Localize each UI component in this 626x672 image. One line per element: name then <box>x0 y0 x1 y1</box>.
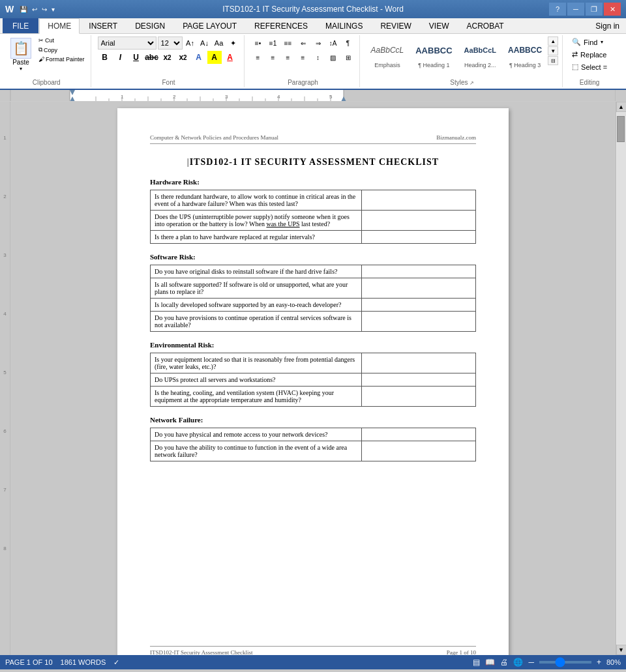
underline-btn[interactable]: U <box>129 51 143 64</box>
zoom-in-btn[interactable]: + <box>597 658 601 667</box>
select-btn[interactable]: ⬚ Select = <box>569 61 610 72</box>
grow-font-btn[interactable]: A↑ <box>184 37 197 50</box>
align-right-btn[interactable]: ≡ <box>281 51 295 64</box>
scroll-thumb[interactable] <box>617 116 625 142</box>
document-area[interactable]: Computer & Network Policies and Procedur… <box>10 102 616 655</box>
clear-format-btn[interactable]: ✦ <box>227 37 240 50</box>
find-btn[interactable]: 🔍 Find ▾ <box>569 37 610 48</box>
answer-cell[interactable] <box>362 299 476 312</box>
styles-dialog-launcher[interactable]: ↗ <box>470 80 474 86</box>
zoom-slider[interactable] <box>539 661 591 664</box>
text-highlight-btn[interactable]: A <box>207 51 222 64</box>
styles-expand[interactable]: ⊟ <box>548 56 558 65</box>
text-effects-btn[interactable]: A <box>192 51 206 64</box>
tab-references[interactable]: REFERENCES <box>246 18 316 33</box>
multilevel-btn[interactable]: ≡≡ <box>281 37 295 50</box>
superscript-btn[interactable]: x2 <box>176 51 190 64</box>
scroll-track <box>617 113 626 644</box>
align-left-btn[interactable]: ≡ <box>251 51 265 64</box>
question-cell: Is all software supported? If software i… <box>151 278 362 299</box>
tab-page-layout[interactable]: PAGE LAYOUT <box>174 18 245 33</box>
answer-cell[interactable] <box>362 441 476 461</box>
copy-button[interactable]: ⧉ Copy <box>37 46 87 54</box>
save-quick-btn[interactable]: 💾 <box>18 5 29 14</box>
answer-cell[interactable] <box>362 373 476 387</box>
close-btn[interactable]: ✕ <box>604 3 621 16</box>
cut-button[interactable]: ✂ Cut <box>37 37 87 44</box>
replace-btn[interactable]: ⇄ Replace <box>569 49 610 60</box>
paragraph-content: ≡• ≡1 ≡≡ ⇐ ⇒ ↕A ¶ ≡ ≡ ≡ ≡ ↕ ▨ ⊞ <box>251 37 355 78</box>
help-btn[interactable]: ? <box>549 3 566 16</box>
restore-btn[interactable]: ❐ <box>586 3 603 16</box>
minimize-btn[interactable]: ─ <box>567 3 584 16</box>
document-page[interactable]: Computer & Network Policies and Procedur… <box>117 108 509 655</box>
tab-file[interactable]: FILE <box>3 18 38 33</box>
answer-cell[interactable] <box>362 211 476 231</box>
style-heading2[interactable]: AaBbCcL Heading 2... <box>460 37 501 70</box>
paste-button[interactable]: 📋 Paste ▾ <box>7 37 35 73</box>
clipboard-label: Clipboard <box>7 78 87 86</box>
ruler-num-4: 4 <box>0 284 10 343</box>
tab-mailings[interactable]: MAILINGS <box>317 18 371 33</box>
tab-review[interactable]: REVIEW <box>372 18 419 33</box>
answer-cell[interactable] <box>362 428 476 441</box>
ruler-svg: 1 2 3 4 5 <box>11 90 615 101</box>
answer-cell[interactable] <box>362 312 476 332</box>
quick-access-toolbar: W 💾 ↩ ↪ ▾ <box>5 4 56 14</box>
answer-cell[interactable] <box>362 278 476 299</box>
italic-btn[interactable]: I <box>113 51 128 64</box>
read-mode-btn[interactable]: 📖 <box>485 658 495 667</box>
change-case-btn[interactable]: Aa <box>213 37 226 50</box>
web-layout-btn[interactable]: 🌐 <box>513 658 523 667</box>
style-heading1[interactable]: AABBCC ¶ Heading 1 <box>411 37 456 70</box>
editing-label: Editing <box>569 78 610 86</box>
answer-cell[interactable] <box>362 231 476 244</box>
svg-rect-1 <box>344 90 615 101</box>
redo-quick-btn[interactable]: ↪ <box>40 5 48 14</box>
answer-cell[interactable] <box>362 387 476 407</box>
decrease-indent-btn[interactable]: ⇐ <box>296 37 310 50</box>
show-hide-btn[interactable]: ¶ <box>341 37 355 50</box>
font-color-btn[interactable]: A <box>223 51 237 64</box>
scroll-up-btn[interactable]: ▲ <box>616 102 627 112</box>
print-layout-btn[interactable]: 🖨 <box>500 658 508 667</box>
align-center-btn[interactable]: ≡ <box>266 51 280 64</box>
question-cell: Do you have physical and remote access t… <box>151 428 362 441</box>
font-name-select[interactable]: Arial <box>98 37 156 50</box>
numbering-btn[interactable]: ≡1 <box>266 37 280 50</box>
tab-home[interactable]: HOME <box>39 18 80 34</box>
strikethrough-btn[interactable]: abc <box>145 51 159 64</box>
scroll-down-btn[interactable]: ▼ <box>616 645 627 655</box>
style-emphasis[interactable]: AaBbCcL Emphasis <box>366 37 409 70</box>
tab-design[interactable]: DESIGN <box>127 18 173 33</box>
tab-insert[interactable]: INSERT <box>80 18 126 33</box>
answer-cell[interactable] <box>362 265 476 278</box>
justify-btn[interactable]: ≡ <box>296 51 310 64</box>
font-size-select[interactable]: 12 <box>158 37 183 50</box>
zoom-out-btn[interactable]: ─ <box>528 658 534 667</box>
style-heading3[interactable]: AABBCC ¶ Heading 3 <box>503 37 546 70</box>
increase-indent-btn[interactable]: ⇒ <box>311 37 325 50</box>
shrink-font-btn[interactable]: A↓ <box>198 37 211 50</box>
borders-btn[interactable]: ⊞ <box>341 51 355 64</box>
bold-btn[interactable]: B <box>98 51 112 64</box>
question-cell: Is there redundant hardware, to allow wo… <box>151 190 362 211</box>
shading-btn[interactable]: ▨ <box>326 51 340 64</box>
styles-scroll-up[interactable]: ▲ <box>548 37 558 46</box>
customize-quick-btn[interactable]: ▾ <box>50 5 56 14</box>
sign-in-btn[interactable]: Sign in <box>589 19 626 33</box>
undo-quick-btn[interactable]: ↩ <box>31 5 38 14</box>
format-painter-button[interactable]: 🖌 Format Painter <box>37 55 87 63</box>
document-check-icon[interactable]: ✓ <box>113 658 119 667</box>
line-spacing-btn[interactable]: ↕ <box>311 51 325 64</box>
sort-btn[interactable]: ↕A <box>326 37 340 50</box>
styles-scroll: ▲ ▼ ⊟ <box>548 37 558 65</box>
view-layout-btn[interactable]: ▤ <box>473 658 480 667</box>
tab-view[interactable]: VIEW <box>421 18 458 33</box>
bullets-btn[interactable]: ≡• <box>251 37 265 50</box>
answer-cell[interactable] <box>362 353 476 373</box>
styles-scroll-down[interactable]: ▼ <box>548 46 558 55</box>
answer-cell[interactable] <box>362 190 476 211</box>
tab-acrobat[interactable]: ACROBAT <box>458 18 512 33</box>
subscript-btn[interactable]: x2 <box>160 51 175 64</box>
